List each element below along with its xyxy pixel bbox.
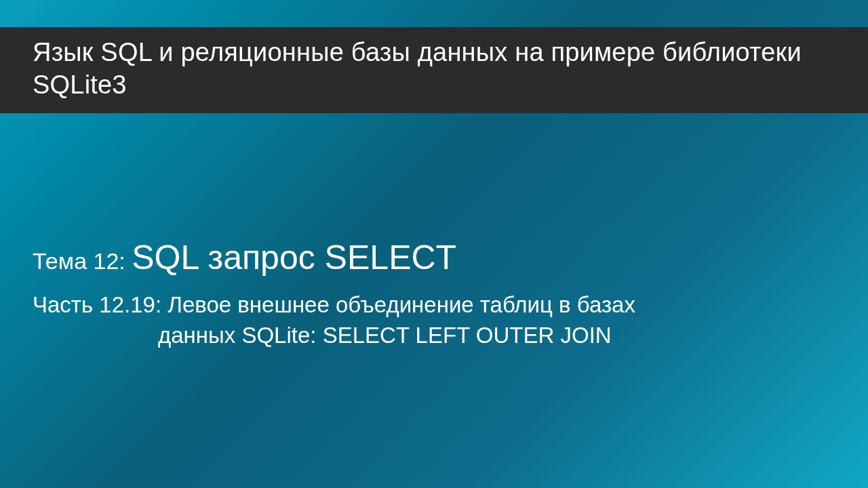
part-prefix: Часть 12.19: — [33, 292, 167, 317]
part-line-row1: Часть 12.19: Левое внешнее объединение т… — [33, 290, 835, 321]
slide-content: Тема 12: SQL запрос SELECT Часть 12.19: … — [33, 237, 835, 350]
part-text-1: Левое внешнее объединение таблиц в базах — [167, 292, 635, 317]
theme-title: SQL запрос SELECT — [132, 239, 456, 277]
part-text-2: данных SQLite: SELECT LEFT OUTER JOIN — [158, 323, 612, 348]
theme-prefix: Тема 12: — [33, 248, 132, 274]
part-line-row2: данных SQLite: SELECT LEFT OUTER JOIN — [33, 321, 835, 351]
header-bar: Язык SQL и реляционные базы данных на пр… — [0, 27, 868, 113]
slide-course-title: Язык SQL и реляционные базы данных на пр… — [33, 37, 835, 101]
part-line: Часть 12.19: Левое внешнее объединение т… — [33, 290, 835, 350]
theme-line: Тема 12: SQL запрос SELECT — [33, 237, 835, 278]
